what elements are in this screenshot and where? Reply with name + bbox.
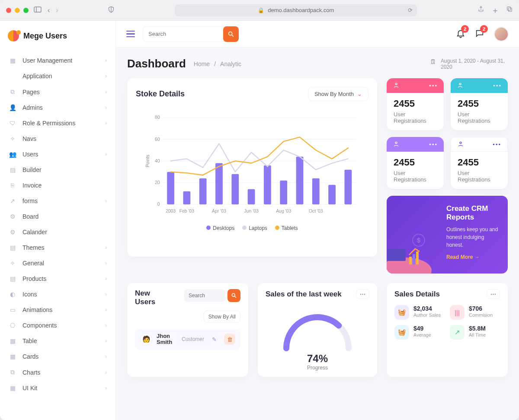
stat-value: 2455 xyxy=(394,157,437,168)
sidebar-item-animations[interactable]: ▭ Animations › xyxy=(3,302,113,318)
stat-menu[interactable]: ••• xyxy=(429,141,438,148)
crm-card: $ Create CRM Reports xyxy=(387,196,508,274)
messages[interactable]: 2 xyxy=(475,29,484,39)
sidebar-item-charts[interactable]: ⧉ Charts › xyxy=(3,364,113,380)
search-button[interactable] xyxy=(223,26,239,42)
sidebar-item-general[interactable]: ✧ General › xyxy=(3,255,113,271)
sidebar-toggle-icon[interactable] xyxy=(34,6,42,14)
stat-menu[interactable]: ••• xyxy=(493,141,501,148)
svg-rect-18 xyxy=(183,191,190,204)
sidebar-item-components[interactable]: ⎔ Components › xyxy=(3,318,113,333)
legend-tablets[interactable]: Tablets xyxy=(275,225,298,231)
sidebar-item-pages[interactable]: ⧉ Pages › xyxy=(3,84,113,100)
new-users-title: New Users xyxy=(135,289,165,306)
chevron-down-icon: ⌄ xyxy=(357,91,362,97)
sidebar-item-user-management[interactable]: ▦ User Management › xyxy=(3,53,113,68)
sidebar-item-admins[interactable]: 👤 Admins › xyxy=(3,100,113,115)
sidebar-item-builder[interactable]: ▤ Builder xyxy=(3,162,113,178)
stat-menu[interactable]: ••• xyxy=(429,83,438,89)
svg-text:Apr '03: Apr '03 xyxy=(212,209,226,213)
svg-point-35 xyxy=(395,83,397,85)
new-tab-icon[interactable]: ＋ xyxy=(491,5,499,16)
nav-label: User Management xyxy=(22,57,99,64)
lock-icon: 🔒 xyxy=(258,7,264,13)
sidebar-item-invoice[interactable]: ⎘ Invoice xyxy=(3,178,113,193)
legend-desktops[interactable]: Desktops xyxy=(206,225,234,231)
url-bar[interactable]: 🔒 demo.dashboardpack.com ⟳ xyxy=(175,4,417,16)
sidebar-item-table[interactable]: ▦ Table › xyxy=(3,333,113,349)
stoke-title: Stoke Details xyxy=(136,89,185,99)
window-maximize[interactable] xyxy=(23,8,29,13)
shield-icon[interactable] xyxy=(108,6,115,14)
reload-icon[interactable]: ⟳ xyxy=(408,7,413,13)
sales-details-menu[interactable]: ⋯ xyxy=(487,289,500,299)
svg-line-47 xyxy=(235,296,236,298)
share-icon[interactable] xyxy=(477,6,484,15)
svg-rect-44 xyxy=(413,254,415,264)
crm-readmore-link[interactable]: Read More → xyxy=(446,254,500,260)
avatar[interactable] xyxy=(494,27,509,41)
user-row[interactable]: 🧑 JhonSmith Customer ✎ 🗑 xyxy=(135,329,240,350)
sidebar-item-icons[interactable]: ◐ Icons › xyxy=(3,286,113,302)
stat-menu[interactable]: ••• xyxy=(493,83,502,89)
chevron-right-icon: › xyxy=(105,385,107,391)
svg-rect-20 xyxy=(215,163,223,204)
svg-rect-28 xyxy=(344,170,352,204)
sidebar-item-forms[interactable]: ↗ forms › xyxy=(3,193,113,209)
svg-text:Points: Points xyxy=(145,155,150,167)
crumb-home[interactable]: Home xyxy=(194,60,210,67)
sales-week-card: Sales of the last week ⋯ 74% Progress xyxy=(258,283,377,377)
nav-forward-icon[interactable]: › xyxy=(56,6,58,14)
delete-icon[interactable]: 🗑 xyxy=(224,334,235,345)
sidebar-item-themes[interactable]: ▤ Themes › xyxy=(3,240,113,255)
nav-icon: ✧ xyxy=(9,260,16,267)
topbar: 2 2 xyxy=(116,21,519,48)
global-search xyxy=(143,26,239,42)
stat-card[interactable]: ••• 2455 User Registrations xyxy=(387,137,444,189)
url-text: demo.dashboardpack.com xyxy=(268,7,334,13)
nav-back-icon[interactable]: ‹ xyxy=(48,6,50,14)
search-input[interactable] xyxy=(143,26,225,42)
sidebar-item-role-permissions[interactable]: 🛡 Role & Permissions › xyxy=(3,115,113,131)
sidebar-item-cards[interactable]: ▦ Cards › xyxy=(3,349,113,364)
crm-title: Create CRM Reports xyxy=(446,204,500,222)
date-range-picker[interactable]: 🗓 August 1, 2020 - August 31, 2020 xyxy=(430,58,508,70)
svg-rect-23 xyxy=(264,165,271,204)
stat-card[interactable]: ••• 2455 User Registrations xyxy=(451,78,508,130)
new-users-search[interactable] xyxy=(184,289,225,302)
stoke-filter[interactable]: Show By Month ⌄ xyxy=(308,87,368,101)
chevron-right-icon: › xyxy=(105,338,107,344)
sales-week-menu[interactable]: ⋯ xyxy=(356,289,369,299)
chevron-right-icon: › xyxy=(105,276,107,282)
chevron-right-icon: › xyxy=(105,89,107,95)
window-minimize[interactable] xyxy=(15,8,20,13)
svg-text:$: $ xyxy=(417,237,420,244)
tabs-icon[interactable] xyxy=(506,6,513,15)
new-users-search-button[interactable] xyxy=(227,289,240,302)
stat-card[interactable]: ••• 2455 User Registrations xyxy=(387,78,444,130)
edit-icon[interactable]: ✎ xyxy=(208,334,220,345)
nav-label: Invoice xyxy=(22,182,107,189)
menu-toggle[interactable] xyxy=(126,31,135,38)
sidebar-item-ui-kit[interactable]: ▦ UI Kit › xyxy=(3,380,113,396)
stat-card[interactable]: ••• 2455 User Registrations xyxy=(451,137,508,189)
sidebar-item-application[interactable]: Application › xyxy=(3,68,113,84)
nav-icon: ▦ xyxy=(9,385,16,391)
nav-label: Calander xyxy=(22,229,107,235)
sidebar-item-products[interactable]: ▤ Products › xyxy=(3,271,113,286)
nav-icon: 🛡 xyxy=(9,120,16,127)
sidebar-item-users[interactable]: 👥 Users › xyxy=(3,146,113,162)
sidebar-item-board[interactable]: ⚙ Board xyxy=(3,209,113,224)
show-all-button[interactable]: Show By All xyxy=(204,311,240,323)
sidebar-item-calander[interactable]: ⚙ Calander xyxy=(3,224,113,240)
sidebar-item-navs[interactable]: ✧ Navs xyxy=(3,131,113,146)
brand[interactable]: Mege Users xyxy=(0,21,115,51)
progress-gauge xyxy=(276,305,359,353)
notifications[interactable]: 2 xyxy=(456,29,465,39)
nav-icon: ⎘ xyxy=(9,182,16,189)
svg-text:80: 80 xyxy=(155,115,160,120)
page-title: Dashboard xyxy=(127,57,186,70)
sales-detail-label: Average xyxy=(413,332,431,338)
legend-laptops[interactable]: Laptops xyxy=(242,225,267,231)
window-close[interactable] xyxy=(6,8,11,13)
